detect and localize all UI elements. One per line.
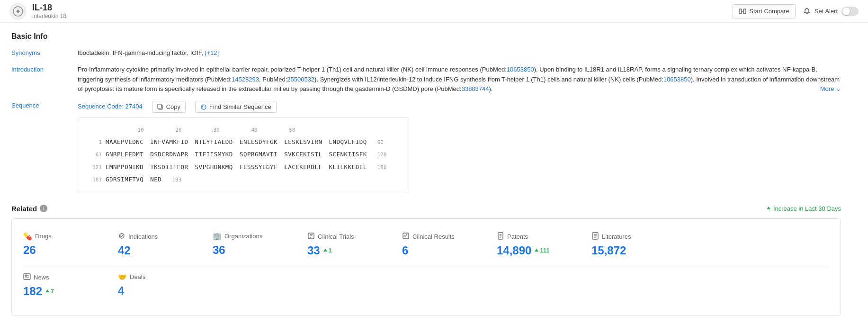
drugs-count: 26: [23, 243, 110, 257]
find-similar-sequence-button[interactable]: Find Similar Sequence: [195, 101, 277, 113]
clinical-trials-up: 1: [323, 247, 332, 254]
deals-icon: 🤝: [118, 273, 127, 281]
intro-text-1: Pro-inflammatory cytokine primarily invo…: [78, 66, 507, 73]
alert-toggle[interactable]: [841, 7, 859, 16]
seq-line-3: 121 EMNPPDNIKD TKSDIIFFQR SVPGHDNKMQ FES…: [88, 162, 399, 173]
main-content: Basic Info Synonyms Iboctadekin, IFN-gam…: [0, 23, 852, 325]
related-info-icon[interactable]: i: [40, 205, 47, 212]
pubmed-link-5[interactable]: 33883744: [462, 85, 489, 92]
basic-info-title: Basic Info: [11, 32, 841, 41]
drugs-icon: 💊: [23, 232, 32, 241]
pubmed-link-1[interactable]: 10653850: [507, 66, 534, 73]
related-card-indications[interactable]: Indications 42: [118, 228, 213, 265]
news-label: News: [34, 274, 49, 281]
related-card-patents[interactable]: Patents 14,890 111: [497, 228, 591, 265]
sequence-ruler: 10 20 30 40 50: [88, 126, 399, 135]
header: IL-18 Interleukin 18 Start Compare Set A…: [0, 0, 868, 23]
related-card-deals[interactable]: 🤝 Deals 4: [118, 269, 213, 306]
organizations-label: Organizations: [224, 233, 262, 240]
seq-line-1: 1 MAAEPVEDNC INFVAMKFID NTLYFIAEDD ENLES…: [88, 137, 399, 148]
synonyms-text: Iboctadekin, IFN-gamma-inducing factor, …: [78, 49, 203, 56]
indications-label: Indications: [128, 233, 158, 240]
copy-btn-label: Copy: [166, 103, 180, 110]
organizations-count: 36: [213, 243, 300, 257]
intro-more-link[interactable]: More ⌄: [820, 84, 841, 94]
deals-label: Deals: [130, 273, 145, 280]
pubmed-link-4[interactable]: 10653850: [663, 76, 691, 83]
increase-text: Increase in Last 30 Days: [773, 205, 841, 212]
sequence-lines: 1 MAAEPVEDNC INFVAMKFID NTLYFIAEDD ENLES…: [88, 137, 399, 185]
related-card-clinical-results[interactable]: Clinical Results 6: [402, 228, 497, 265]
related-card-literatures[interactable]: Literatures 15,872: [591, 228, 686, 265]
arrow-up-icon: [766, 206, 771, 211]
sequence-code-link[interactable]: Sequence Code: 27404: [78, 102, 143, 112]
sequence-label: Sequence: [11, 101, 78, 109]
svg-rect-2: [743, 9, 746, 14]
synonyms-label: Synonyms: [11, 48, 78, 56]
related-card-clinical-trials[interactable]: Clinical Trials 33 1: [307, 228, 402, 265]
synonyms-row: Synonyms Iboctadekin, IFN-gamma-inducing…: [11, 48, 841, 58]
indications-icon: [118, 232, 125, 241]
introduction-value: Pro-inflammatory cytokine primarily invo…: [78, 65, 841, 94]
clinical-trials-label: Clinical Trials: [318, 233, 354, 240]
patents-up: 111: [534, 247, 549, 254]
sequence-header: Sequence Code: 27404 Copy Find Similar S…: [78, 101, 841, 113]
news-icon: [23, 273, 31, 282]
set-alert-toggle-wrap: Set Alert: [803, 7, 859, 16]
deals-count: 4: [118, 284, 205, 297]
sequence-box: 10 20 30 40 50 1 MAAEPVEDNC INFVAMKFID N…: [78, 117, 409, 193]
drugs-label: Drugs: [35, 233, 52, 240]
introduction-label: Introduction: [11, 65, 78, 73]
related-card-drugs[interactable]: 💊 Drugs 26: [23, 228, 118, 265]
svg-rect-1: [739, 9, 742, 14]
page-title: IL-18: [32, 3, 66, 13]
clinical-trials-count: 33 1: [307, 244, 394, 257]
clinical-results-count: 6: [402, 244, 489, 257]
svg-rect-21: [24, 274, 30, 279]
related-card-news[interactable]: News 182 7: [23, 269, 118, 306]
copy-button[interactable]: Copy: [152, 101, 186, 113]
header-title-block: IL-18 Interleukin 18: [32, 3, 66, 19]
news-count: 182 7: [23, 285, 110, 298]
related-cards-row1: 💊 Drugs 26 Indications 42 🏢 O: [23, 228, 829, 265]
bell-icon: [803, 8, 811, 15]
intro-text-3: , PubMed:: [259, 76, 287, 83]
sequence-value: Sequence Code: 27404 Copy Find Similar S…: [78, 101, 841, 193]
organizations-icon: 🏢: [213, 232, 222, 241]
header-left: IL-18 Interleukin 18: [9, 3, 66, 20]
seq-line-4: 181 GDRSIMFTVQ NED 193: [88, 174, 399, 185]
cards-divider: [23, 267, 829, 267]
news-up: 7: [45, 288, 54, 295]
increase-badge: Increase in Last 30 Days: [766, 205, 841, 212]
svg-rect-5: [158, 104, 161, 108]
patents-label: Patents: [507, 233, 528, 240]
literatures-count: 15,872: [591, 244, 679, 257]
patents-icon: [497, 232, 504, 241]
related-title: Related: [11, 205, 37, 213]
synonyms-value: Iboctadekin, IFN-gamma-inducing factor, …: [78, 48, 841, 58]
header-right: Start Compare Set Alert: [733, 4, 859, 18]
related-cards-row2: News 182 7 🤝 Deals 4: [23, 269, 829, 306]
indications-count: 42: [118, 244, 205, 257]
related-header: Related i Increase in Last 30 Days: [11, 205, 841, 213]
intro-text-4: ). Synergizes with IL12/interleukin-12 t…: [314, 76, 663, 83]
app-logo-icon: [9, 3, 27, 20]
start-compare-button[interactable]: Start Compare: [733, 4, 796, 18]
find-similar-btn-label: Find Similar Sequence: [209, 103, 271, 110]
sequence-row: Sequence Sequence Code: 27404 Copy Fi: [11, 101, 841, 193]
clinical-results-label: Clinical Results: [412, 233, 455, 240]
clinical-trials-icon: [307, 232, 315, 241]
related-card-organizations[interactable]: 🏢 Organizations 36: [213, 228, 307, 265]
related-title-wrap: Related i: [11, 205, 47, 213]
related-cards-container: 💊 Drugs 26 Indications 42 🏢 O: [11, 218, 841, 315]
pubmed-link-3[interactable]: 25500532: [287, 76, 314, 83]
page-subtitle: Interleukin 18: [32, 13, 66, 19]
compare-icon: [739, 8, 746, 15]
synonyms-more-link[interactable]: [+12]: [205, 49, 219, 56]
patents-count: 14,890 111: [497, 244, 584, 257]
introduction-row: Introduction Pro-inflammatory cytokine p…: [11, 65, 841, 94]
seq-line-2: 61 GNRPLFEDMT DSDCRDNAPR TIFIISMYKD SQPR…: [88, 149, 399, 160]
pubmed-link-2[interactable]: 14528293: [232, 76, 259, 83]
literatures-label: Literatures: [602, 233, 631, 240]
find-similar-icon: [200, 104, 207, 110]
